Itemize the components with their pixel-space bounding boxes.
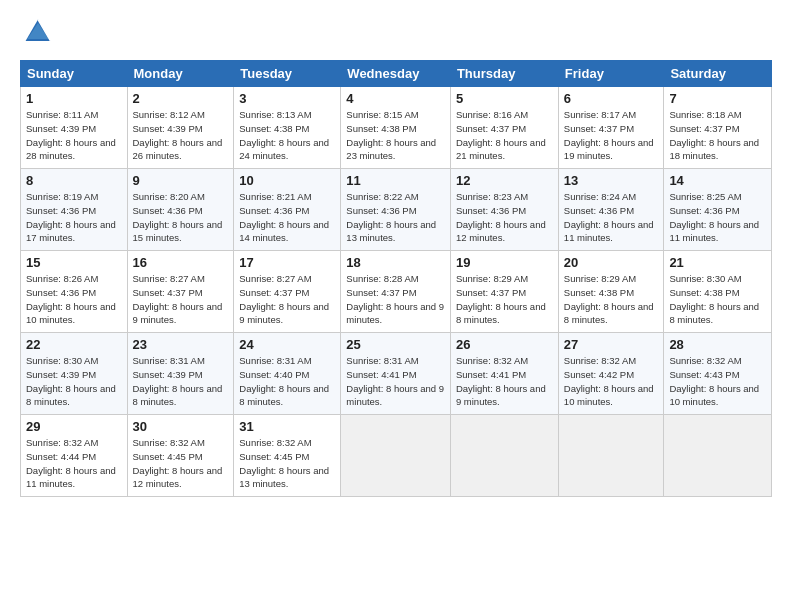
calendar-cell: 27Sunrise: 8:32 AMSunset: 4:42 PMDayligh…	[558, 333, 664, 415]
calendar-cell: 1Sunrise: 8:11 AMSunset: 4:39 PMDaylight…	[21, 87, 128, 169]
day-number: 7	[669, 91, 766, 106]
day-info: Sunrise: 8:27 AMSunset: 4:37 PMDaylight:…	[133, 272, 229, 327]
calendar-cell: 3Sunrise: 8:13 AMSunset: 4:38 PMDaylight…	[234, 87, 341, 169]
logo	[20, 16, 56, 48]
day-info: Sunrise: 8:32 AMSunset: 4:43 PMDaylight:…	[669, 354, 766, 409]
day-info: Sunrise: 8:21 AMSunset: 4:36 PMDaylight:…	[239, 190, 335, 245]
week-row-5: 29Sunrise: 8:32 AMSunset: 4:44 PMDayligh…	[21, 415, 772, 497]
weekday-header-sunday: Sunday	[21, 61, 128, 87]
day-number: 1	[26, 91, 122, 106]
day-number: 9	[133, 173, 229, 188]
calendar-cell: 26Sunrise: 8:32 AMSunset: 4:41 PMDayligh…	[450, 333, 558, 415]
day-number: 19	[456, 255, 553, 270]
day-number: 28	[669, 337, 766, 352]
weekday-header-saturday: Saturday	[664, 61, 772, 87]
day-number: 26	[456, 337, 553, 352]
day-info: Sunrise: 8:17 AMSunset: 4:37 PMDaylight:…	[564, 108, 659, 163]
day-info: Sunrise: 8:32 AMSunset: 4:45 PMDaylight:…	[133, 436, 229, 491]
weekday-header-tuesday: Tuesday	[234, 61, 341, 87]
calendar-cell	[558, 415, 664, 497]
header	[20, 16, 772, 48]
calendar-cell	[341, 415, 451, 497]
day-number: 8	[26, 173, 122, 188]
day-number: 24	[239, 337, 335, 352]
day-number: 22	[26, 337, 122, 352]
calendar-cell: 10Sunrise: 8:21 AMSunset: 4:36 PMDayligh…	[234, 169, 341, 251]
day-info: Sunrise: 8:32 AMSunset: 4:44 PMDaylight:…	[26, 436, 122, 491]
day-number: 20	[564, 255, 659, 270]
calendar-cell: 25Sunrise: 8:31 AMSunset: 4:41 PMDayligh…	[341, 333, 451, 415]
calendar-cell	[664, 415, 772, 497]
day-info: Sunrise: 8:27 AMSunset: 4:37 PMDaylight:…	[239, 272, 335, 327]
weekday-header-friday: Friday	[558, 61, 664, 87]
day-number: 25	[346, 337, 445, 352]
day-info: Sunrise: 8:20 AMSunset: 4:36 PMDaylight:…	[133, 190, 229, 245]
day-number: 11	[346, 173, 445, 188]
calendar-cell	[450, 415, 558, 497]
calendar-cell: 12Sunrise: 8:23 AMSunset: 4:36 PMDayligh…	[450, 169, 558, 251]
calendar-cell: 28Sunrise: 8:32 AMSunset: 4:43 PMDayligh…	[664, 333, 772, 415]
page: SundayMondayTuesdayWednesdayThursdayFrid…	[0, 0, 792, 507]
calendar-cell: 8Sunrise: 8:19 AMSunset: 4:36 PMDaylight…	[21, 169, 128, 251]
day-info: Sunrise: 8:16 AMSunset: 4:37 PMDaylight:…	[456, 108, 553, 163]
calendar-table: SundayMondayTuesdayWednesdayThursdayFrid…	[20, 60, 772, 497]
calendar-cell: 11Sunrise: 8:22 AMSunset: 4:36 PMDayligh…	[341, 169, 451, 251]
day-number: 15	[26, 255, 122, 270]
day-info: Sunrise: 8:29 AMSunset: 4:38 PMDaylight:…	[564, 272, 659, 327]
calendar-cell: 17Sunrise: 8:27 AMSunset: 4:37 PMDayligh…	[234, 251, 341, 333]
day-number: 3	[239, 91, 335, 106]
day-number: 13	[564, 173, 659, 188]
calendar-cell: 2Sunrise: 8:12 AMSunset: 4:39 PMDaylight…	[127, 87, 234, 169]
week-row-2: 8Sunrise: 8:19 AMSunset: 4:36 PMDaylight…	[21, 169, 772, 251]
logo-icon	[22, 16, 54, 48]
day-number: 31	[239, 419, 335, 434]
day-number: 18	[346, 255, 445, 270]
calendar-cell: 14Sunrise: 8:25 AMSunset: 4:36 PMDayligh…	[664, 169, 772, 251]
day-info: Sunrise: 8:31 AMSunset: 4:40 PMDaylight:…	[239, 354, 335, 409]
week-row-1: 1Sunrise: 8:11 AMSunset: 4:39 PMDaylight…	[21, 87, 772, 169]
day-number: 4	[346, 91, 445, 106]
day-number: 16	[133, 255, 229, 270]
calendar-cell: 16Sunrise: 8:27 AMSunset: 4:37 PMDayligh…	[127, 251, 234, 333]
day-info: Sunrise: 8:26 AMSunset: 4:36 PMDaylight:…	[26, 272, 122, 327]
day-info: Sunrise: 8:28 AMSunset: 4:37 PMDaylight:…	[346, 272, 445, 327]
day-info: Sunrise: 8:15 AMSunset: 4:38 PMDaylight:…	[346, 108, 445, 163]
day-info: Sunrise: 8:23 AMSunset: 4:36 PMDaylight:…	[456, 190, 553, 245]
week-row-4: 22Sunrise: 8:30 AMSunset: 4:39 PMDayligh…	[21, 333, 772, 415]
calendar-cell: 23Sunrise: 8:31 AMSunset: 4:39 PMDayligh…	[127, 333, 234, 415]
weekday-header-monday: Monday	[127, 61, 234, 87]
calendar-cell: 21Sunrise: 8:30 AMSunset: 4:38 PMDayligh…	[664, 251, 772, 333]
day-info: Sunrise: 8:13 AMSunset: 4:38 PMDaylight:…	[239, 108, 335, 163]
day-info: Sunrise: 8:24 AMSunset: 4:36 PMDaylight:…	[564, 190, 659, 245]
calendar-cell: 24Sunrise: 8:31 AMSunset: 4:40 PMDayligh…	[234, 333, 341, 415]
day-info: Sunrise: 8:32 AMSunset: 4:42 PMDaylight:…	[564, 354, 659, 409]
day-info: Sunrise: 8:31 AMSunset: 4:41 PMDaylight:…	[346, 354, 445, 409]
day-info: Sunrise: 8:19 AMSunset: 4:36 PMDaylight:…	[26, 190, 122, 245]
day-info: Sunrise: 8:11 AMSunset: 4:39 PMDaylight:…	[26, 108, 122, 163]
weekday-header-thursday: Thursday	[450, 61, 558, 87]
day-info: Sunrise: 8:22 AMSunset: 4:36 PMDaylight:…	[346, 190, 445, 245]
day-info: Sunrise: 8:32 AMSunset: 4:45 PMDaylight:…	[239, 436, 335, 491]
calendar-cell: 13Sunrise: 8:24 AMSunset: 4:36 PMDayligh…	[558, 169, 664, 251]
calendar-cell: 7Sunrise: 8:18 AMSunset: 4:37 PMDaylight…	[664, 87, 772, 169]
day-info: Sunrise: 8:18 AMSunset: 4:37 PMDaylight:…	[669, 108, 766, 163]
weekday-header-wednesday: Wednesday	[341, 61, 451, 87]
day-info: Sunrise: 8:29 AMSunset: 4:37 PMDaylight:…	[456, 272, 553, 327]
day-info: Sunrise: 8:12 AMSunset: 4:39 PMDaylight:…	[133, 108, 229, 163]
calendar-cell: 29Sunrise: 8:32 AMSunset: 4:44 PMDayligh…	[21, 415, 128, 497]
calendar-cell: 9Sunrise: 8:20 AMSunset: 4:36 PMDaylight…	[127, 169, 234, 251]
calendar-cell: 19Sunrise: 8:29 AMSunset: 4:37 PMDayligh…	[450, 251, 558, 333]
day-number: 5	[456, 91, 553, 106]
day-info: Sunrise: 8:25 AMSunset: 4:36 PMDaylight:…	[669, 190, 766, 245]
day-number: 12	[456, 173, 553, 188]
day-number: 14	[669, 173, 766, 188]
week-row-3: 15Sunrise: 8:26 AMSunset: 4:36 PMDayligh…	[21, 251, 772, 333]
day-number: 6	[564, 91, 659, 106]
day-number: 2	[133, 91, 229, 106]
day-number: 10	[239, 173, 335, 188]
calendar-cell: 15Sunrise: 8:26 AMSunset: 4:36 PMDayligh…	[21, 251, 128, 333]
calendar-cell: 6Sunrise: 8:17 AMSunset: 4:37 PMDaylight…	[558, 87, 664, 169]
day-number: 30	[133, 419, 229, 434]
day-number: 23	[133, 337, 229, 352]
calendar-cell: 30Sunrise: 8:32 AMSunset: 4:45 PMDayligh…	[127, 415, 234, 497]
